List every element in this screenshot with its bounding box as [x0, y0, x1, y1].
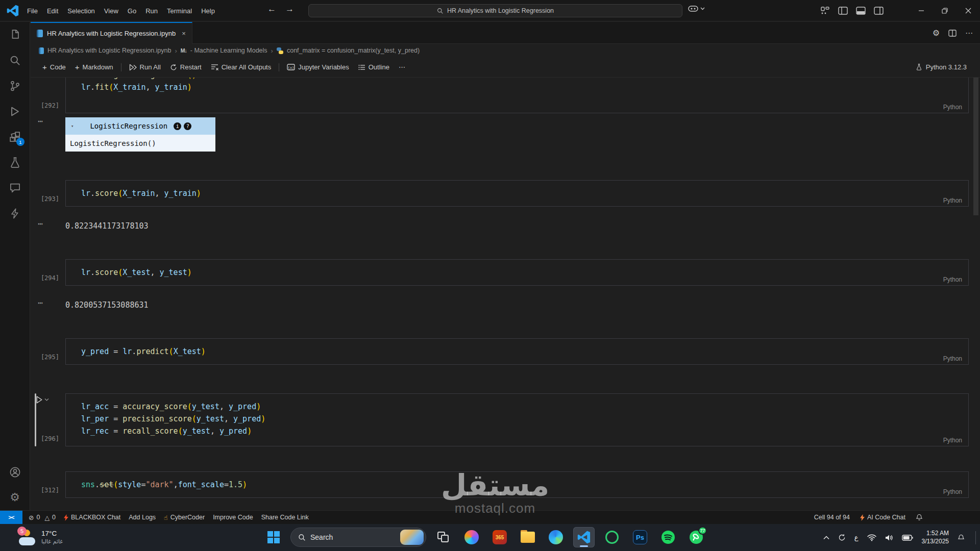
- problems-indicator[interactable]: ⊘0 △0: [29, 514, 56, 521]
- tray-sync-icon[interactable]: [838, 534, 846, 541]
- menu-file[interactable]: File: [22, 5, 42, 17]
- menu-selection[interactable]: Selection: [63, 5, 99, 17]
- breadcrumb-file[interactable]: HR Analytics with Logistic Regression.ip…: [47, 47, 171, 54]
- settings-gear-icon[interactable]: ⚙: [3, 485, 27, 510]
- whatsapp-icon[interactable]: 77: [685, 527, 707, 547]
- menu-view[interactable]: View: [100, 5, 123, 17]
- share-code-link-button[interactable]: Share Code Link: [261, 514, 309, 521]
- show-desktop-handle[interactable]: [975, 531, 976, 544]
- file-explorer-icon[interactable]: [517, 527, 538, 547]
- edge-browser-icon[interactable]: [545, 527, 567, 547]
- menu-edit[interactable]: Edit: [42, 5, 63, 17]
- add-markdown-cell-button[interactable]: + Markdown: [70, 61, 118, 74]
- run-debug-icon[interactable]: [3, 98, 27, 124]
- chat-icon[interactable]: [3, 175, 27, 201]
- minimize-button[interactable]: [910, 0, 933, 21]
- run-cell-button[interactable]: [35, 395, 49, 404]
- split-editor-icon[interactable]: [948, 30, 957, 37]
- code-cell-295[interactable]: [295] y_pred = lr.predict(X_test) Python: [31, 338, 969, 365]
- start-button[interactable]: [263, 527, 284, 547]
- improve-code-button[interactable]: Improve Code: [213, 514, 253, 521]
- tray-chevron-up-icon[interactable]: [823, 536, 829, 540]
- customize-layout-icon[interactable]: [821, 6, 830, 15]
- vscode-taskbar-icon[interactable]: [573, 527, 595, 547]
- taskbar-bell-icon[interactable]: [958, 534, 965, 541]
- notebook-scrollbar[interactable]: [973, 78, 978, 215]
- input-language-indicator[interactable]: ع: [854, 534, 859, 541]
- toggle-panel-icon[interactable]: [856, 7, 866, 15]
- toolbar-more-button[interactable]: ⋯: [394, 61, 410, 74]
- add-code-cell-button[interactable]: + Code: [38, 61, 70, 74]
- battery-icon[interactable]: [902, 535, 913, 541]
- cell-editor[interactable]: lr_acc = accuracy_score(y_test, y_pred) …: [65, 393, 969, 446]
- info-icon[interactable]: i: [174, 122, 181, 130]
- output-menu-icon[interactable]: ⋯: [38, 298, 43, 308]
- code-cell-294[interactable]: [294] lr.score(X_test, y_test) Python: [31, 259, 969, 286]
- cell-editor[interactable]: lr = LogisticRegression() lr.fit(X_train…: [65, 78, 969, 113]
- cell-editor[interactable]: y_pred = lr.predict(X_test) Python: [65, 338, 969, 365]
- output-menu-icon[interactable]: ⋯: [38, 116, 43, 126]
- code-cell-292[interactable]: [292] lr = LogisticRegression() lr.fit(X…: [31, 78, 969, 113]
- weather-widget[interactable]: 5 17°C غائم غالبا: [18, 528, 63, 547]
- menu-help[interactable]: Help: [197, 5, 219, 17]
- explorer-icon[interactable]: [3, 22, 27, 47]
- restart-button[interactable]: Restart: [165, 61, 206, 74]
- restore-button[interactable]: [933, 0, 957, 21]
- tab-notebook[interactable]: HR Analytics with Logistic Regression.ip…: [31, 22, 192, 44]
- back-arrow-icon[interactable]: ←: [267, 4, 276, 14]
- ai-code-chat-button[interactable]: AI Code Chat: [860, 514, 905, 521]
- code-cell-312[interactable]: [312] sns.set(style="dark",font_scale=1.…: [31, 471, 969, 498]
- cybercoder-button[interactable]: ☝ CyberCoder: [164, 514, 205, 521]
- breadcrumb-code[interactable]: conf_matrix = confusion_matrix(y_test, y…: [287, 47, 420, 54]
- tab-close-icon[interactable]: ×: [182, 30, 186, 37]
- menu-go[interactable]: Go: [123, 5, 141, 17]
- code-cell-296[interactable]: [296] lr_acc = accuracy_score(y_test, y_…: [31, 393, 969, 446]
- notifications-bell-icon[interactable]: [916, 514, 923, 521]
- outline-button[interactable]: Outline: [354, 61, 394, 74]
- sklearn-estimator-widget[interactable]: ▾ LogisticRegression i ? LogisticRegress…: [65, 117, 215, 152]
- extensions-icon[interactable]: 1: [3, 124, 27, 149]
- cell-editor[interactable]: sns.set(style="dark",font_scale=1.5) Pyt…: [65, 471, 969, 498]
- taskbar-search[interactable]: Search: [290, 528, 426, 547]
- search-sidebar-icon[interactable]: [3, 47, 27, 73]
- green-circle-icon[interactable]: [601, 527, 623, 547]
- breadcrumb-separator: ›: [175, 47, 177, 55]
- toggle-secondary-sidebar-icon[interactable]: [874, 7, 884, 15]
- m365-icon[interactable]: 365: [489, 527, 510, 547]
- cell-editor[interactable]: lr.score(X_train, y_train) Python: [65, 180, 969, 207]
- jupyter-variables-button[interactable]: (x) Jupyter Variables: [282, 61, 353, 74]
- editor-settings-icon[interactable]: ⚙: [933, 28, 940, 38]
- command-center-search[interactable]: HR Analytics with Logistic Regression: [308, 4, 682, 17]
- spotify-icon[interactable]: [657, 527, 679, 547]
- add-logs-button[interactable]: Add Logs: [129, 514, 156, 521]
- estimator-header[interactable]: ▾ LogisticRegression i ?: [65, 117, 215, 135]
- copilot-button[interactable]: [688, 5, 705, 13]
- account-icon[interactable]: [3, 459, 27, 485]
- photos-icon[interactable]: [461, 527, 482, 547]
- forward-arrow-icon[interactable]: →: [285, 4, 294, 14]
- testing-beaker-icon[interactable]: [3, 149, 27, 175]
- wifi-icon[interactable]: [867, 534, 876, 541]
- kernel-picker[interactable]: Python 3.12.3: [916, 63, 973, 71]
- run-all-button[interactable]: Run All: [125, 61, 165, 74]
- taskbar-clock[interactable]: 1:52 AM 3/13/2025: [922, 530, 949, 545]
- remote-indicator[interactable]: ><: [0, 511, 22, 524]
- cell-editor[interactable]: lr.score(X_test, y_test) Python: [65, 259, 969, 286]
- output-menu-icon[interactable]: ⋯: [38, 219, 43, 229]
- editor-more-actions-icon[interactable]: ⋯: [965, 29, 973, 38]
- search-highlight-image[interactable]: [400, 530, 424, 545]
- blackbox-chat-button[interactable]: BLACKBOX Chat: [64, 514, 120, 521]
- close-button[interactable]: [957, 0, 980, 21]
- help-icon[interactable]: ?: [184, 122, 191, 130]
- breadcrumb-section[interactable]: - Machine Learning Models: [190, 47, 267, 54]
- toggle-sidebar-icon[interactable]: [838, 7, 848, 15]
- menu-terminal[interactable]: Terminal: [162, 5, 197, 17]
- volume-icon[interactable]: [885, 534, 893, 541]
- photoshop-icon[interactable]: Ps: [629, 527, 651, 547]
- zap-icon[interactable]: [3, 201, 27, 226]
- menu-run[interactable]: Run: [141, 5, 162, 17]
- clear-all-outputs-button[interactable]: Clear All Outputs: [206, 61, 276, 74]
- task-view-icon[interactable]: [433, 527, 454, 547]
- source-control-icon[interactable]: [3, 73, 27, 98]
- code-cell-293[interactable]: [293] lr.score(X_train, y_train) Python: [31, 180, 969, 207]
